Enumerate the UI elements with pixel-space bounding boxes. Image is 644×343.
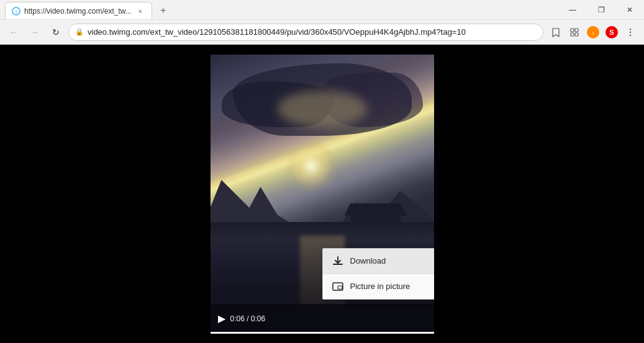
bookmark-button[interactable]	[547, 24, 565, 41]
svg-point-8	[630, 28, 631, 29]
tab-area: t https://video.twimg.com/ext_tw... × +	[0, 0, 558, 19]
context-menu-pip[interactable]: Picture in picture	[323, 274, 434, 299]
time-display: 0:06 / 0:06	[230, 314, 266, 323]
active-tab[interactable]: t https://video.twimg.com/ext_tw... ×	[5, 2, 152, 19]
address-bar[interactable]: 🔒 video.twimg.com/ext_tw_video/129105638…	[68, 24, 543, 41]
extensions-puzzle-button[interactable]	[566, 24, 583, 41]
video-progress-fill	[211, 332, 434, 334]
toolbar: ← → ↻ 🔒 video.twimg.com/ext_tw_video/129…	[0, 20, 644, 45]
tab-favicon: t	[12, 7, 20, 16]
svg-point-10	[630, 34, 631, 35]
toolbar-actions: ♪ S	[547, 24, 639, 41]
cloud-light	[278, 91, 367, 127]
download-label: Download	[350, 256, 386, 265]
window-controls: — ❐ ✕	[558, 0, 644, 19]
maximize-button[interactable]: ❐	[587, 0, 615, 20]
new-tab-button[interactable]: +	[155, 2, 172, 19]
video-controls: ▶ 0:06 / 0:06	[211, 304, 434, 334]
refresh-button[interactable]: ↻	[47, 24, 65, 41]
extension-orange-button[interactable]: ♪	[584, 24, 602, 41]
tab-title: https://video.twimg.com/ext_tw...	[24, 7, 132, 16]
titlebar: t https://video.twimg.com/ext_tw... × + …	[0, 0, 644, 20]
svg-rect-2	[571, 29, 574, 32]
extension-orange-icon: ♪	[587, 26, 599, 38]
building-roof	[345, 203, 407, 216]
pip-icon	[332, 280, 344, 293]
extension-red-button[interactable]: S	[603, 24, 620, 41]
video-player[interactable]: ▶ 0:06 / 0:06 Download	[211, 55, 434, 334]
svg-point-9	[630, 31, 631, 32]
close-button[interactable]: ✕	[615, 0, 644, 20]
tab-close-button[interactable]: ×	[135, 6, 145, 16]
context-menu-download[interactable]: Download	[323, 249, 434, 274]
minimize-button[interactable]: —	[558, 0, 587, 20]
back-button[interactable]: ←	[5, 24, 22, 41]
context-menu: Download Picture in picture	[322, 248, 434, 300]
lock-icon: 🔒	[75, 28, 84, 36]
address-text: video.twimg.com/ext_tw_video/12910563811…	[88, 27, 537, 37]
svg-text:t: t	[16, 9, 17, 14]
forward-button[interactable]: →	[26, 24, 43, 41]
main-content: ▶ 0:06 / 0:06 Download	[0, 45, 644, 343]
play-button[interactable]: ▶	[218, 313, 225, 324]
svg-text:♪: ♪	[592, 30, 594, 35]
video-progress-bar[interactable]	[211, 332, 434, 334]
more-button[interactable]	[622, 24, 639, 41]
svg-rect-5	[575, 33, 578, 36]
svg-rect-3	[575, 29, 578, 32]
extension-red-icon: S	[605, 26, 618, 38]
pip-label: Picture in picture	[350, 282, 410, 291]
svg-rect-12	[338, 286, 342, 289]
svg-rect-4	[571, 33, 574, 36]
download-icon	[332, 255, 344, 267]
